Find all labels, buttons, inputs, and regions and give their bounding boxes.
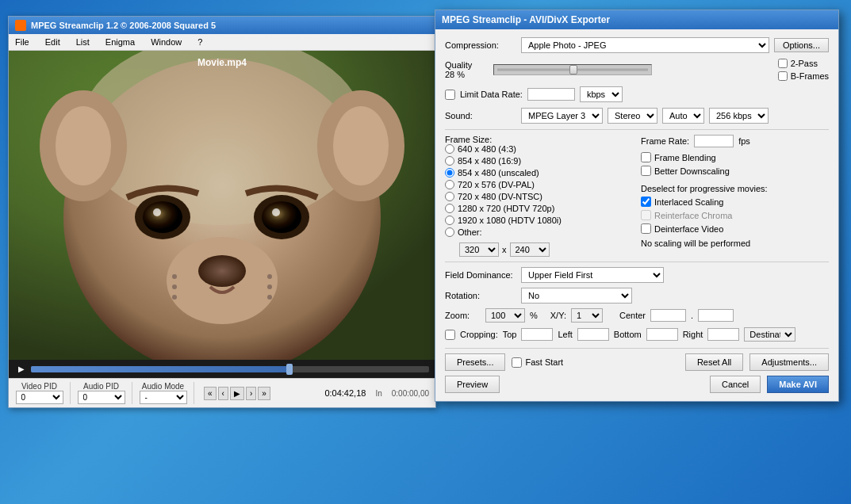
preview-button[interactable]: Preview <box>445 376 500 393</box>
right-column: Frame Rate: fps Frame Blending Better Do… <box>641 135 829 257</box>
sound-bitrate-select[interactable]: 256 kbps <box>709 108 769 124</box>
compression-select[interactable]: Apple Photo - JPEG <box>521 37 769 53</box>
zoom-select[interactable]: 100 <box>485 308 525 323</box>
audio-mode-label: Audio Mode <box>142 382 184 391</box>
btn-play[interactable]: ▶ <box>230 387 244 400</box>
fps-input[interactable] <box>694 135 734 147</box>
btn-step-fwd[interactable]: › <box>246 387 256 400</box>
crop-top-input[interactable]: 0 <box>521 328 553 341</box>
compression-row: Compression: Apple Photo - JPEG Options.… <box>445 37 829 53</box>
frame-blending-label: Frame Blending <box>654 153 716 162</box>
timecode: 0:04:42,18 <box>324 388 366 398</box>
radio-other[interactable] <box>445 227 454 237</box>
progress-thumb[interactable] <box>286 364 293 375</box>
other-h-select[interactable]: 240 <box>510 242 550 257</box>
limit-data-rate-label: Limit Data Rate: <box>460 90 523 99</box>
svg-point-6 <box>262 201 301 233</box>
crop-bottom-label: Bottom <box>614 330 642 339</box>
interlace-options: Interlaced Scaling Reinterface Chroma De… <box>641 197 829 234</box>
rotation-select[interactable]: No <box>521 288 632 304</box>
slider-thumb[interactable] <box>569 65 577 74</box>
interlaced-scaling-label: Interlaced Scaling <box>654 197 723 207</box>
frame-blending-row: Frame Blending <box>641 152 829 162</box>
center-y-input[interactable]: 0 <box>698 309 734 322</box>
menu-help[interactable]: ? <box>194 36 205 48</box>
frame-size-1280: 1280 x 720 (HDTV 720p) <box>445 204 633 213</box>
radio-720-576[interactable] <box>445 180 454 189</box>
adjustments-button[interactable]: Adjustments... <box>749 353 829 371</box>
audio-mode-select[interactable]: - <box>140 391 187 404</box>
cancel-button[interactable]: Cancel <box>710 376 761 393</box>
other-w-select[interactable]: 320 <box>459 242 499 257</box>
video-area: Movie.mp4 <box>9 51 435 360</box>
fast-start-checkbox[interactable] <box>512 357 522 368</box>
radio-854-unscaled[interactable] <box>445 168 454 178</box>
sound-label: Sound: <box>445 111 516 120</box>
radio-854-16[interactable] <box>445 156 454 166</box>
kbps-select[interactable]: kbps <box>580 86 623 102</box>
xy-select[interactable]: 1 <box>571 308 603 323</box>
quality-slider[interactable] <box>493 64 652 75</box>
label-1920: 1920 x 1080 (HDTV 1080i) <box>458 216 562 225</box>
menu-window[interactable]: Window <box>148 36 185 48</box>
menu-list[interactable]: List <box>73 36 93 48</box>
action-buttons: Preview Cancel Make AVI <box>445 376 829 393</box>
svg-point-14 <box>267 274 272 279</box>
menu-enigma[interactable]: Enigma <box>102 36 138 48</box>
audio-pid-select[interactable]: 0 <box>78 391 125 404</box>
btn-skip-fwd[interactable]: » <box>258 387 270 400</box>
reinterface-chroma-checkbox[interactable] <box>641 210 651 220</box>
progress-bar[interactable] <box>31 366 429 372</box>
progressive-section: Deselect for progressive movies: Interla… <box>641 184 829 248</box>
audio-pid-section: Audio PID 0 <box>77 382 132 404</box>
field-dominance-select[interactable]: Upper Field First <box>521 267 664 283</box>
sound-channels-select[interactable]: Stereo <box>608 108 657 124</box>
radio-640[interactable] <box>445 144 454 154</box>
data-rate-input[interactable] <box>527 88 575 101</box>
x-label: x <box>502 245 507 254</box>
menu-file[interactable]: File <box>12 36 33 48</box>
no-scaling-label: No scaling will be performed <box>641 239 829 248</box>
crop-right-input[interactable]: 0 <box>707 328 739 341</box>
sound-codec-select[interactable]: MPEG Layer 3 <box>521 108 603 124</box>
limit-data-rate-checkbox[interactable] <box>445 90 455 100</box>
bframes-checkbox[interactable] <box>778 71 788 81</box>
frame-size-854-unscaled: 854 x 480 (unscaled) <box>445 168 633 178</box>
crop-left-input[interactable]: 0 <box>577 328 609 341</box>
video-pid-label: Video PID <box>21 382 57 391</box>
video-pid-select[interactable]: 0 <box>16 391 63 404</box>
make-avi-button[interactable]: Make AVI <box>767 376 829 393</box>
quality-label: Quality <box>445 60 489 70</box>
timecode-in-label: In <box>375 389 381 398</box>
crop-bottom-input[interactable]: 0 <box>646 328 678 341</box>
video-frame <box>9 51 435 360</box>
destination-select[interactable]: Destinati <box>744 327 795 342</box>
zoom-label: Zoom: <box>445 311 481 320</box>
btn-skip-back[interactable]: « <box>204 387 217 400</box>
reset-all-button[interactable]: Reset All <box>685 353 743 371</box>
radio-1280[interactable] <box>445 204 454 213</box>
deinterface-video-checkbox[interactable] <box>641 223 651 234</box>
fps-row: Frame Rate: fps <box>641 135 829 147</box>
zoom-row: Zoom: 100 % X/Y: 1 Center 0 . 0 <box>445 308 829 323</box>
radio-1920[interactable] <box>445 216 454 225</box>
presets-button[interactable]: Presets... <box>445 353 505 371</box>
label-854-unscaled: 854 x 480 (unscaled) <box>458 168 539 178</box>
deinterface-video-row: Deinterface Video <box>641 223 829 234</box>
data-rate-row: Limit Data Rate: kbps <box>445 86 829 102</box>
twopass-checkbox[interactable] <box>778 59 788 68</box>
menu-edit[interactable]: Edit <box>42 36 63 48</box>
deselect-label: Deselect for progressive movies: <box>641 184 768 193</box>
radio-720-480[interactable] <box>445 192 454 201</box>
center-x-input[interactable]: 0 <box>650 309 686 322</box>
frame-blending-checkbox[interactable] <box>641 152 651 162</box>
interlaced-scaling-checkbox[interactable] <box>641 197 651 207</box>
svg-point-11 <box>172 274 177 279</box>
twopass-label: 2-Pass <box>791 59 818 68</box>
btn-step-back[interactable]: ‹ <box>218 387 228 400</box>
options-button[interactable]: Options... <box>774 38 829 52</box>
frame-size-640: 640 x 480 (4:3) <box>445 144 633 154</box>
better-downscaling-checkbox[interactable] <box>641 166 651 176</box>
sound-rate-select[interactable]: Auto <box>662 108 704 124</box>
cropping-checkbox[interactable] <box>445 330 455 340</box>
